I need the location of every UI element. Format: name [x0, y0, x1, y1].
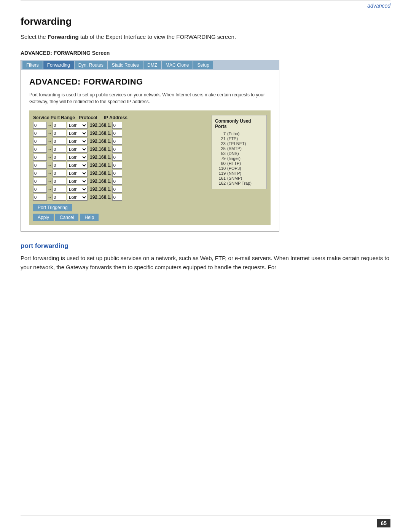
ip-last-7[interactable]: [112, 170, 122, 177]
ip-last-1[interactable]: [112, 122, 122, 129]
tab-filters[interactable]: Filters: [22, 61, 43, 69]
tab-dmz[interactable]: DMZ: [143, 61, 161, 69]
ip-prefix-4: 192.168.1.: [90, 147, 112, 152]
port-to-9[interactable]: [53, 186, 66, 193]
protocol-select-4[interactable]: BothTCPUDP: [67, 146, 88, 153]
common-ports-title: Commonly Used Ports: [215, 118, 263, 129]
ip-last-10[interactable]: [112, 194, 122, 201]
forwarding-left: Service Port Range Protocol IP Address ~…: [33, 115, 208, 221]
cancel-button[interactable]: Cancel: [55, 214, 78, 221]
list-item: 21 (FTP): [215, 136, 263, 141]
bottom-rule: [21, 516, 390, 516]
protocol-select-5[interactable]: BothTCPUDP: [67, 154, 88, 161]
ip-last-8[interactable]: [112, 178, 122, 185]
protocol-select-6[interactable]: BothTCPUDP: [67, 162, 88, 169]
port-from-7[interactable]: [33, 170, 47, 177]
port-to-2[interactable]: [53, 130, 66, 137]
port-name: (HTTP): [227, 161, 241, 166]
list-item: 53 (DNS): [215, 151, 263, 156]
ip-prefix-2: 192.168.1.: [90, 131, 112, 136]
tab-mac-clone[interactable]: MAC Clone: [162, 61, 193, 69]
port-number: 25: [215, 146, 226, 151]
tilde-1: ~: [48, 123, 51, 128]
table-row: ~ BothTCPUDP 192.168.1.: [33, 138, 208, 145]
port-from-3[interactable]: [33, 138, 47, 145]
table-row: ~ BothTCPUDP 192.168.1.: [33, 122, 208, 129]
page-number: 65: [377, 519, 390, 527]
advanced-label: advanced: [367, 3, 390, 9]
col-header-protocol: Protocol: [79, 115, 104, 120]
tilde-8: ~: [48, 179, 51, 184]
ip-last-5[interactable]: [112, 154, 122, 161]
port-to-1[interactable]: [53, 122, 66, 129]
intro-bold: Forwarding: [48, 34, 79, 40]
tilde-5: ~: [48, 155, 51, 160]
port-name: (TELNET): [227, 141, 246, 146]
apply-button[interactable]: Apply: [33, 214, 54, 221]
port-to-6[interactable]: [53, 162, 66, 169]
port-name: (Echo): [227, 131, 239, 136]
ip-last-6[interactable]: [112, 162, 122, 169]
port-from-6[interactable]: [33, 162, 47, 169]
router-screenshot-box: Filters Forwarding Dyn. Routes Static Ro…: [21, 60, 279, 232]
tab-static-routes[interactable]: Static Routes: [108, 61, 143, 69]
port-number: 161: [215, 176, 226, 181]
port-to-8[interactable]: [53, 178, 66, 185]
table-row: ~ BothTCPUDP 192.168.1.: [33, 170, 208, 177]
port-to-3[interactable]: [53, 138, 66, 145]
router-inner: ADVANCED: FORWARDING Port forwarding is …: [21, 70, 279, 231]
port-to-5[interactable]: [53, 154, 66, 161]
protocol-select-8[interactable]: BothTCPUDP: [67, 178, 88, 185]
protocol-select-1[interactable]: BothTCPUDP: [67, 122, 88, 129]
port-from-1[interactable]: [33, 122, 47, 129]
port-name: (SNMP): [227, 176, 242, 181]
ip-prefix-6: 192.168.1.: [90, 163, 112, 168]
tab-dyn-routes[interactable]: Dyn. Routes: [75, 61, 107, 69]
port-number: 80: [215, 161, 226, 166]
screen-label: ADVANCED: FORWARDING Screen: [21, 50, 390, 56]
protocol-select-9[interactable]: BothTCPUDP: [67, 186, 88, 193]
port-from-9[interactable]: [33, 186, 47, 193]
port-triggering-button[interactable]: Port Triggering: [33, 204, 72, 211]
col-header-ip: IP Address: [104, 115, 146, 120]
tab-forwarding[interactable]: Forwarding: [43, 61, 74, 69]
tilde-3: ~: [48, 139, 51, 144]
port-name: (SMTP): [227, 146, 242, 151]
intro-text-after: tab of the Expert Interface to view the …: [79, 34, 236, 40]
help-button[interactable]: Help: [80, 214, 99, 221]
protocol-select-7[interactable]: BothTCPUDP: [67, 170, 88, 177]
list-item: 161 (SNMP): [215, 176, 263, 181]
commonly-used-ports-panel: Commonly Used Ports 7 (Echo) 21 (FTP) 23…: [212, 115, 267, 221]
port-from-10[interactable]: [33, 194, 47, 201]
ip-last-4[interactable]: [112, 146, 122, 153]
protocol-select-2[interactable]: BothTCPUDP: [67, 130, 88, 137]
tab-setup[interactable]: Setup: [193, 61, 213, 69]
list-item: 162 (SNMP Trap): [215, 181, 263, 185]
port-forwarding-section-text: Port forwarding is used to set up public…: [21, 254, 390, 272]
table-row: ~ BothTCPUDP 192.168.1.: [33, 130, 208, 137]
ip-last-2[interactable]: [112, 130, 122, 137]
port-to-7[interactable]: [53, 170, 66, 177]
intro-paragraph: Select the Forwarding tab of the Expert …: [21, 33, 390, 42]
tilde-6: ~: [48, 163, 51, 168]
port-number: 110: [215, 166, 226, 171]
port-from-4[interactable]: [33, 146, 47, 153]
port-from-5[interactable]: [33, 154, 47, 161]
table-row: ~ BothTCPUDP 192.168.1.: [33, 154, 208, 161]
protocol-select-3[interactable]: BothTCPUDP: [67, 138, 88, 145]
port-from-2[interactable]: [33, 130, 47, 137]
tilde-7: ~: [48, 171, 51, 176]
ip-last-3[interactable]: [112, 138, 122, 145]
port-to-4[interactable]: [53, 146, 66, 153]
port-to-10[interactable]: [53, 194, 66, 201]
port-name: (POP3): [227, 166, 241, 171]
protocol-select-10[interactable]: BothTCPUDP: [67, 194, 88, 201]
col-header-service: Service Port Range: [33, 115, 79, 120]
ip-last-9[interactable]: [112, 186, 122, 193]
tilde-10: ~: [48, 195, 51, 200]
forwarding-table-area: Service Port Range Protocol IP Address ~…: [29, 110, 271, 225]
ip-prefix-7: 192.168.1.: [90, 171, 112, 176]
port-trigger-row: Port Triggering: [33, 204, 208, 211]
common-ports-box: Commonly Used Ports 7 (Echo) 21 (FTP) 23…: [212, 115, 267, 189]
port-from-8[interactable]: [33, 178, 47, 185]
